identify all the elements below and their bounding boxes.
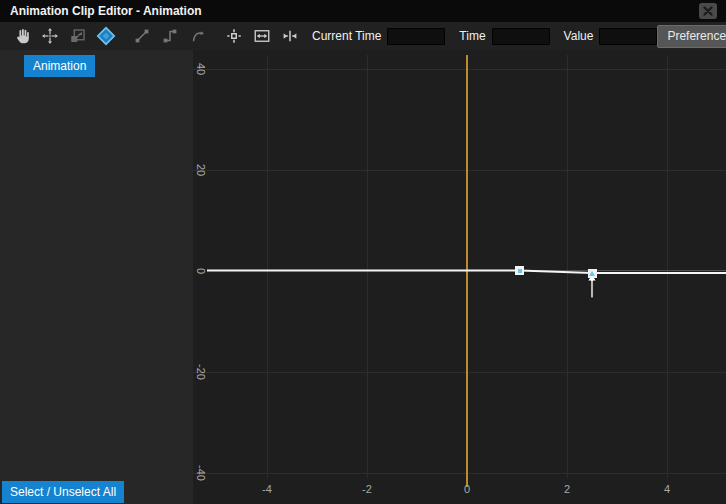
x-tick-label: -2 [362,483,372,495]
fit-width-icon [253,27,271,45]
hand-icon [13,27,31,45]
step-tangent-icon [161,27,179,45]
close-icon [703,2,713,20]
y-tick-label: -40 [195,465,207,481]
time-input[interactable] [492,28,550,45]
keyframe-selected-mark [518,269,522,273]
gridline-vertical [367,55,368,478]
x-tick-label: 0 [464,483,470,495]
step-tangent-button[interactable] [160,27,179,46]
value-label: Value [564,29,594,43]
y-tick-label: -20 [195,364,207,380]
window-title: Animation Clip Editor - Animation [10,4,202,18]
gridline-vertical [567,55,568,478]
close-button[interactable] [699,3,717,19]
animation-curve[interactable] [193,50,726,504]
value-input[interactable] [599,28,657,45]
title-bar: Animation Clip Editor - Animation [0,0,726,22]
select-unselect-all-button[interactable]: Select / Unselect All [2,481,124,503]
current-time-input[interactable] [387,28,445,45]
y-tick-label: 0 [195,267,207,273]
keyframe[interactable] [588,269,597,278]
select-keys-button[interactable] [96,27,115,46]
up-arrow-cursor [585,273,599,303]
fit-range-button[interactable] [280,27,299,46]
keyframe[interactable] [515,266,524,275]
gridline-horizontal [193,372,726,373]
clip-list-panel: Animation Select / Unselect All [0,50,193,504]
gridline-horizontal [193,69,726,70]
curve-editor-canvas[interactable]: -4-202440200-20-40 [193,50,726,504]
fit-horizontal-button[interactable] [252,27,271,46]
preferences-button[interactable]: Preferences [657,25,726,48]
scale-icon [69,27,87,45]
move-keys-button[interactable] [40,27,59,46]
current-time-label: Current Time [312,29,381,43]
keyframe-selected-mark [589,271,595,276]
linear-tangent-icon [133,27,151,45]
move-arrows-icon [41,27,59,45]
smooth-tangent-button[interactable] [188,27,207,46]
playhead-line[interactable] [466,55,468,487]
x-tick-label: 2 [564,483,570,495]
y-tick-label: 40 [195,62,207,74]
gridline-horizontal [193,170,726,171]
linear-tangent-button[interactable] [132,27,151,46]
y-tick-label: 20 [195,163,207,175]
center-crosshair-icon [225,27,243,45]
time-label: Time [459,29,485,43]
pan-tool-button[interactable] [12,27,31,46]
gridline-vertical [267,55,268,478]
sidebar-item-animation[interactable]: Animation [24,55,95,77]
x-tick-label: 4 [664,483,670,495]
x-tick-label: -4 [262,483,272,495]
gridline-vertical [667,55,668,478]
scale-keys-button[interactable] [68,27,87,46]
expand-arrows-icon [281,27,299,45]
toolbar: Current Time Time Value Preferences [0,22,726,50]
smooth-tangent-icon [189,27,207,45]
gridline-horizontal [193,473,726,474]
keyframe-diamond-icon [96,26,116,46]
center-playhead-button[interactable] [224,27,243,46]
